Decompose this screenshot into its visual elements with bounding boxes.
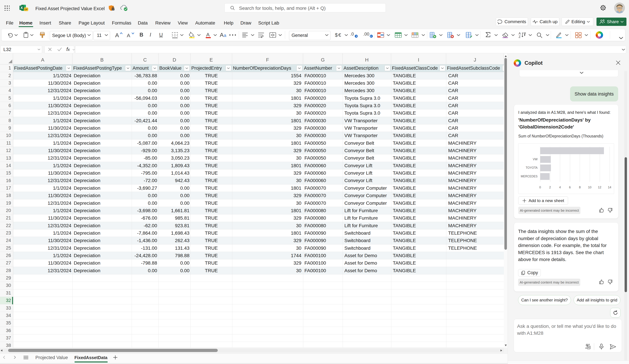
svg-text:A: A xyxy=(127,33,130,38)
svg-text:€: € xyxy=(338,32,341,38)
svg-text:DF: DF xyxy=(24,8,28,11)
svg-text:A: A xyxy=(115,32,119,38)
svg-text:A: A xyxy=(206,32,210,37)
svg-text:A: A xyxy=(220,32,224,38)
svg-text:Z: Z xyxy=(519,35,521,38)
svg-text:X: X xyxy=(20,6,23,10)
svg-text:.00: .00 xyxy=(363,32,369,36)
svg-text:A: A xyxy=(519,32,521,35)
svg-text:.0: .0 xyxy=(350,32,354,36)
svg-text:$: $ xyxy=(335,32,338,38)
svg-text:a: a xyxy=(224,33,226,38)
